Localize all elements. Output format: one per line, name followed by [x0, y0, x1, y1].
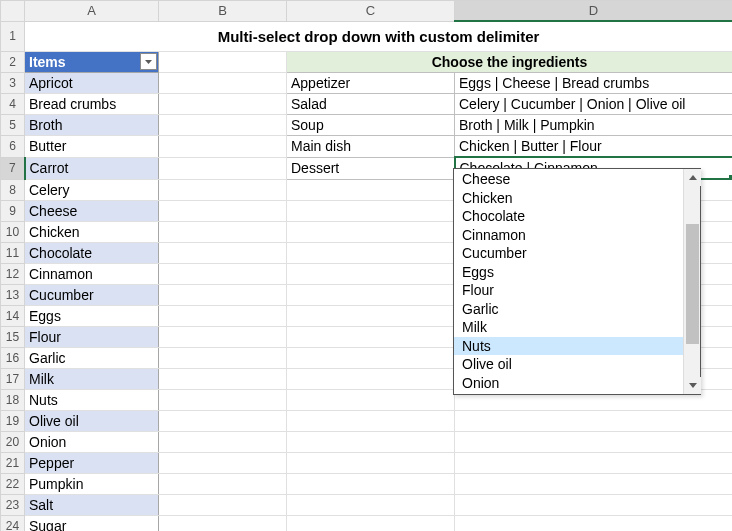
scroll-up-button[interactable] — [684, 169, 701, 186]
dropdown-list[interactable]: Cheese Chicken Chocolate Cinnamon Cucumb… — [454, 169, 683, 394]
cell-D23[interactable] — [455, 494, 733, 515]
row-header-18[interactable]: 18 — [1, 389, 25, 410]
cell-B9[interactable] — [159, 200, 287, 221]
cell-D4[interactable]: Celery | Cucumber | Onion | Olive oil — [455, 94, 733, 115]
dropdown-option[interactable]: Chocolate — [454, 207, 683, 226]
row-header-16[interactable]: 16 — [1, 347, 25, 368]
cell-C17[interactable] — [287, 368, 455, 389]
ingredients-header[interactable]: Choose the ingredients — [287, 52, 733, 73]
cell-A21[interactable]: Pepper — [25, 452, 159, 473]
cell-B8[interactable] — [159, 179, 287, 200]
cell-C7[interactable]: Dessert — [287, 157, 455, 179]
cell-A4[interactable]: Bread crumbs — [25, 94, 159, 115]
cell-A12[interactable]: Cinnamon — [25, 263, 159, 284]
cell-C22[interactable] — [287, 473, 455, 494]
cell-B20[interactable] — [159, 431, 287, 452]
dropdown-scrollbar[interactable] — [683, 169, 700, 394]
cell-A3[interactable]: Apricot — [25, 73, 159, 94]
filter-button[interactable] — [140, 53, 157, 70]
cell-C8[interactable] — [287, 179, 455, 200]
col-header-D[interactable]: D — [455, 1, 733, 22]
cell-D3[interactable]: Eggs | Cheese | Bread crumbs — [455, 73, 733, 94]
cell-D21[interactable] — [455, 452, 733, 473]
cell-A5[interactable]: Broth — [25, 115, 159, 136]
dropdown-option[interactable]: Cheese — [454, 170, 683, 189]
cell-A14[interactable]: Eggs — [25, 305, 159, 326]
cell-C12[interactable] — [287, 263, 455, 284]
cell-C5[interactable]: Soup — [287, 115, 455, 136]
row-header-3[interactable]: 3 — [1, 73, 25, 94]
cell-C20[interactable] — [287, 431, 455, 452]
row-header-9[interactable]: 9 — [1, 200, 25, 221]
cell-B4[interactable] — [159, 94, 287, 115]
cell-A7[interactable]: Carrot — [25, 157, 159, 179]
row-header-23[interactable]: 23 — [1, 494, 25, 515]
cell-B3[interactable] — [159, 73, 287, 94]
items-table-header[interactable]: Items — [25, 52, 159, 73]
cell-B14[interactable] — [159, 305, 287, 326]
cell-B18[interactable] — [159, 389, 287, 410]
cell-C13[interactable] — [287, 284, 455, 305]
cell-C6[interactable]: Main dish — [287, 136, 455, 158]
cell-D20[interactable] — [455, 431, 733, 452]
cell-D6[interactable]: Chicken | Butter | Flour — [455, 136, 733, 158]
col-header-C[interactable]: C — [287, 1, 455, 22]
cell-C14[interactable] — [287, 305, 455, 326]
cell-B24[interactable] — [159, 515, 287, 531]
row-header-5[interactable]: 5 — [1, 115, 25, 136]
cell-A19[interactable]: Olive oil — [25, 410, 159, 431]
dropdown-option[interactable]: Cinnamon — [454, 226, 683, 245]
select-all-corner[interactable] — [1, 1, 25, 22]
cell-D22[interactable] — [455, 473, 733, 494]
dropdown-option[interactable]: Onion — [454, 374, 683, 393]
dropdown-option[interactable]: Garlic — [454, 300, 683, 319]
cell-A24[interactable]: Sugar — [25, 515, 159, 531]
cell-B2[interactable] — [159, 52, 287, 73]
cell-B12[interactable] — [159, 263, 287, 284]
dropdown-option[interactable]: Chicken — [454, 189, 683, 208]
row-header-22[interactable]: 22 — [1, 473, 25, 494]
col-header-A[interactable]: A — [25, 1, 159, 22]
row-header-8[interactable]: 8 — [1, 179, 25, 200]
row-header-19[interactable]: 19 — [1, 410, 25, 431]
cell-A6[interactable]: Butter — [25, 136, 159, 158]
cell-B7[interactable] — [159, 157, 287, 179]
dropdown-option-hover[interactable]: Nuts — [454, 337, 683, 356]
cell-C10[interactable] — [287, 221, 455, 242]
cell-B13[interactable] — [159, 284, 287, 305]
cell-C15[interactable] — [287, 326, 455, 347]
cell-A8[interactable]: Celery — [25, 179, 159, 200]
col-header-B[interactable]: B — [159, 1, 287, 22]
row-header-4[interactable]: 4 — [1, 94, 25, 115]
scrollbar-thumb[interactable] — [686, 224, 699, 344]
dropdown-option[interactable]: Eggs — [454, 263, 683, 282]
row-header-10[interactable]: 10 — [1, 221, 25, 242]
cell-A23[interactable]: Salt — [25, 494, 159, 515]
cell-B15[interactable] — [159, 326, 287, 347]
cell-C18[interactable] — [287, 389, 455, 410]
row-header-12[interactable]: 12 — [1, 263, 25, 284]
cell-C9[interactable] — [287, 200, 455, 221]
cell-B23[interactable] — [159, 494, 287, 515]
cell-C16[interactable] — [287, 347, 455, 368]
row-header-1[interactable]: 1 — [1, 21, 25, 52]
dropdown-option[interactable]: Olive oil — [454, 355, 683, 374]
row-header-11[interactable]: 11 — [1, 242, 25, 263]
dropdown-option[interactable]: Flour — [454, 281, 683, 300]
row-header-2[interactable]: 2 — [1, 52, 25, 73]
cell-A9[interactable]: Cheese — [25, 200, 159, 221]
cell-B5[interactable] — [159, 115, 287, 136]
cell-B11[interactable] — [159, 242, 287, 263]
row-header-17[interactable]: 17 — [1, 368, 25, 389]
cell-A15[interactable]: Flour — [25, 326, 159, 347]
row-header-24[interactable]: 24 — [1, 515, 25, 531]
cell-D24[interactable] — [455, 515, 733, 531]
cell-D19[interactable] — [455, 410, 733, 431]
fill-handle[interactable] — [729, 175, 733, 179]
cell-B19[interactable] — [159, 410, 287, 431]
cell-A22[interactable]: Pumpkin — [25, 473, 159, 494]
cell-B22[interactable] — [159, 473, 287, 494]
row-header-13[interactable]: 13 — [1, 284, 25, 305]
cell-A16[interactable]: Garlic — [25, 347, 159, 368]
cell-C11[interactable] — [287, 242, 455, 263]
